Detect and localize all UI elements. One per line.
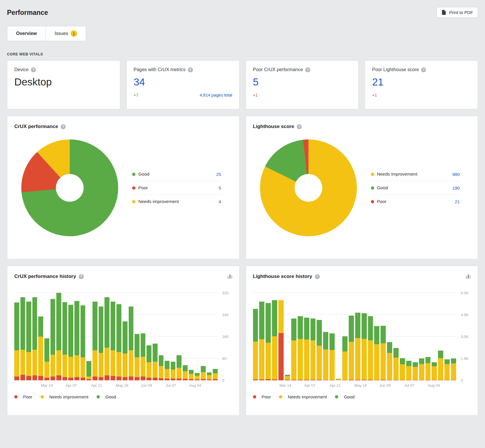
stacked-bar[interactable] — [444, 293, 450, 380]
bar-segment-poor[interactable] — [86, 379, 91, 380]
stacked-bar[interactable] — [32, 293, 37, 380]
bar-segment-poor[interactable] — [272, 379, 277, 381]
bar-segment-good[interactable] — [93, 302, 97, 350]
bar-segment-good[interactable] — [111, 302, 116, 350]
bar-segment-good[interactable] — [207, 372, 212, 375]
bar-segment-poor[interactable] — [413, 380, 418, 380]
bar-segment-poor[interactable] — [38, 376, 43, 380]
bar-segment-good[interactable] — [432, 362, 437, 366]
stacked-bar[interactable] — [400, 293, 405, 380]
bar-segment-needs_improvement[interactable] — [362, 339, 367, 380]
bar-segment-poor[interactable] — [50, 377, 55, 380]
bar-segment-good[interactable] — [116, 304, 121, 352]
bar-segment-needs_improvement[interactable] — [81, 357, 86, 377]
bar-segment-poor[interactable] — [419, 380, 424, 380]
pages-with-crux-value[interactable]: 34 — [134, 76, 232, 88]
bar-segment-poor[interactable] — [355, 380, 360, 381]
bar-segment-needs_improvement[interactable] — [207, 375, 212, 379]
bar-segment-good[interactable] — [171, 362, 176, 369]
bar-segment-needs_improvement[interactable] — [165, 369, 170, 379]
bar-segment-good[interactable] — [400, 358, 405, 364]
bar-segment-poor[interactable] — [298, 380, 303, 381]
stacked-bar[interactable] — [304, 293, 309, 380]
stacked-bar[interactable] — [14, 293, 19, 380]
bar-segment-needs_improvement[interactable] — [291, 340, 296, 380]
stacked-bar[interactable] — [413, 293, 418, 380]
bar-segment-good[interactable] — [177, 355, 182, 368]
bar-segment-needs_improvement[interactable] — [44, 362, 49, 377]
bar-segment-good[interactable] — [62, 302, 67, 355]
bar-segment-poor[interactable] — [195, 379, 200, 380]
legend-item-good[interactable]: Good — [335, 394, 355, 399]
bar-segment-needs_improvement[interactable] — [298, 339, 303, 380]
bar-segment-needs_improvement[interactable] — [342, 351, 348, 380]
legend-row-needs-improvement[interactable]: Needs improvement 4 — [132, 195, 221, 208]
bar-segment-poor[interactable] — [266, 379, 271, 380]
bar-segment-good[interactable] — [56, 293, 61, 350]
bar-segment-poor[interactable] — [123, 377, 128, 380]
stacked-bar[interactable] — [81, 293, 86, 380]
legend-item-good[interactable]: Good — [97, 394, 116, 399]
bar-segment-needs_improvement[interactable] — [272, 336, 277, 379]
bar-segment-needs_improvement[interactable] — [278, 300, 284, 333]
help-icon[interactable] — [79, 274, 84, 279]
bar-segment-poor[interactable] — [381, 380, 386, 380]
bar-segment-needs_improvement[interactable] — [116, 352, 121, 377]
stacked-bar[interactable] — [50, 293, 55, 380]
bar-segment-needs_improvement[interactable] — [393, 358, 399, 380]
bar-segment-good[interactable] — [146, 345, 151, 362]
bar-segment-poor[interactable] — [310, 380, 316, 380]
bar-segment-good[interactable] — [213, 369, 218, 373]
stacked-bar[interactable] — [317, 293, 322, 380]
help-icon[interactable] — [315, 274, 320, 279]
stacked-bar[interactable] — [20, 293, 25, 380]
bar-segment-good[interactable] — [304, 318, 309, 340]
bar-segment-needs_improvement[interactable] — [438, 358, 443, 380]
stacked-bar[interactable] — [99, 293, 104, 380]
stacked-bar[interactable] — [393, 293, 399, 380]
bar-segment-poor[interactable] — [406, 380, 411, 380]
stacked-bar[interactable] — [291, 293, 296, 380]
bar-segment-good[interactable] — [201, 366, 206, 372]
bar-segment-needs_improvement[interactable] — [56, 350, 61, 375]
bar-segment-poor[interactable] — [317, 380, 322, 380]
bar-segment-needs_improvement[interactable] — [310, 340, 316, 380]
stacked-bar[interactable] — [68, 293, 73, 380]
stacked-bar[interactable] — [171, 293, 176, 380]
bar-segment-needs_improvement[interactable] — [38, 337, 43, 376]
bar-segment-poor[interactable] — [285, 380, 290, 380]
bar-segment-poor[interactable] — [14, 377, 19, 380]
bar-segment-good[interactable] — [195, 373, 200, 376]
bar-segment-needs_improvement[interactable] — [317, 346, 322, 380]
bar-segment-good[interactable] — [20, 297, 25, 350]
bar-segment-poor[interactable] — [74, 377, 79, 380]
bar-segment-poor[interactable] — [432, 380, 437, 380]
bar-segment-needs_improvement[interactable] — [171, 370, 176, 379]
bar-segment-good[interactable] — [342, 336, 348, 352]
bar-segment-poor[interactable] — [342, 380, 348, 381]
bar-segment-needs_improvement[interactable] — [413, 367, 418, 380]
bar-segment-poor[interactable] — [253, 379, 258, 380]
stacked-bar[interactable] — [62, 293, 67, 380]
legend-value[interactable]: 980 — [452, 172, 460, 177]
bar-segment-poor[interactable] — [68, 378, 73, 380]
bar-segment-good[interactable] — [266, 303, 271, 343]
bar-segment-good[interactable] — [32, 297, 37, 350]
legend-value[interactable]: 5 — [219, 186, 221, 190]
bar-segment-needs_improvement[interactable] — [93, 350, 97, 377]
bar-segment-needs_improvement[interactable] — [26, 352, 31, 376]
stacked-bar[interactable] — [135, 293, 139, 380]
bar-segment-needs_improvement[interactable] — [159, 366, 164, 378]
bar-segment-needs_improvement[interactable] — [146, 362, 151, 378]
bar-segment-needs_improvement[interactable] — [266, 343, 271, 379]
stacked-bar[interactable] — [355, 293, 360, 380]
stacked-bar[interactable] — [141, 293, 146, 380]
stacked-bar[interactable] — [74, 293, 79, 380]
bar-segment-poor[interactable] — [393, 380, 399, 380]
bar-segment-needs_improvement[interactable] — [32, 350, 37, 375]
bar-segment-needs_improvement[interactable] — [104, 348, 109, 376]
legend-row-good[interactable]: Good 190 — [371, 181, 460, 195]
bar-segment-good[interactable] — [123, 321, 128, 354]
stacked-bar[interactable] — [26, 293, 31, 380]
bar-segment-needs_improvement[interactable] — [304, 340, 309, 380]
